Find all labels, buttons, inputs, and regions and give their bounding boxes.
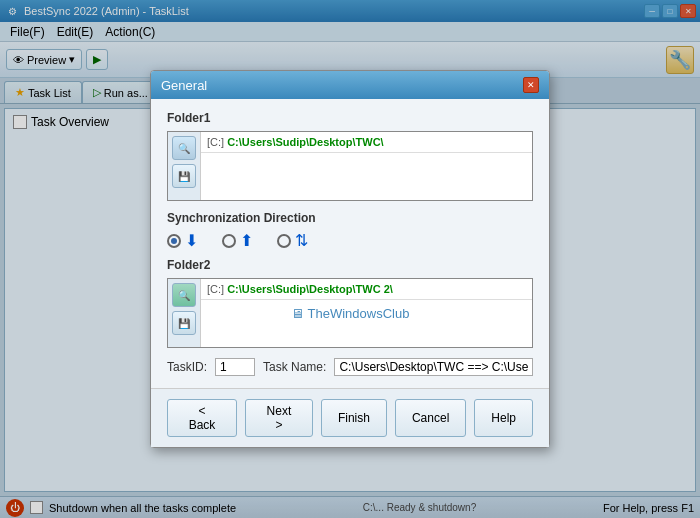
folder2-path-line: [C:] C:\Users\Sudip\Desktop\TWC 2\ bbox=[201, 279, 532, 300]
finish-button[interactable]: Finish bbox=[321, 399, 387, 437]
task-name-label: Task Name: bbox=[263, 360, 326, 374]
sync-radio-down[interactable] bbox=[167, 234, 181, 248]
modal-buttons: < Back Next > Finish Cancel Help bbox=[151, 388, 549, 447]
modal-title: General bbox=[161, 78, 207, 93]
arrow-up-icon: ⬆ bbox=[240, 231, 253, 250]
folder2-box: 🔍 💾 [C:] C:\Users\Sudip\Desktop\TWC 2\ bbox=[167, 278, 533, 348]
modal-title-bar: General ✕ bbox=[151, 71, 549, 99]
sync-option-both[interactable]: ⇅ bbox=[277, 231, 308, 250]
folder1-box: 🔍 💾 [C:] C:\Users\Sudip\Desktop\TWC\ bbox=[167, 131, 533, 201]
folder1-path-line: [C:] C:\Users\Sudip\Desktop\TWC\ bbox=[201, 132, 532, 153]
sync-direction-label: Synchronization Direction bbox=[167, 211, 533, 225]
task-name-input[interactable] bbox=[334, 358, 533, 376]
folder2-drive-bracket: [C:] bbox=[207, 283, 227, 295]
folder1-disk-button[interactable]: 💾 bbox=[172, 164, 196, 188]
next-button[interactable]: Next > bbox=[245, 399, 313, 437]
folder1-label: Folder1 bbox=[167, 111, 533, 125]
magnifier2-icon: 🔍 bbox=[178, 290, 190, 301]
sync-option-down[interactable]: ⬇ bbox=[167, 231, 198, 250]
folder2-path-area: [C:] C:\Users\Sudip\Desktop\TWC 2\ bbox=[201, 279, 532, 347]
modal-body: Folder1 🔍 💾 [C:] C:\Users\Sudip\Desktop\… bbox=[151, 99, 549, 388]
sync-radio-up[interactable] bbox=[222, 234, 236, 248]
folder1-browse-button[interactable]: 🔍 bbox=[172, 136, 196, 160]
folder2-browse-button[interactable]: 🔍 bbox=[172, 283, 196, 307]
sync-option-up[interactable]: ⬆ bbox=[222, 231, 253, 250]
folder2-section: Folder2 🔍 💾 [C:] C:\Users bbox=[167, 258, 533, 348]
folder2-path-text: C:\Users\Sudip\Desktop\TWC 2\ bbox=[227, 283, 393, 295]
folder1-drive-bracket: [C:] bbox=[207, 136, 227, 148]
arrow-both-icon: ⇅ bbox=[295, 231, 308, 250]
arrow-down-icon: ⬇ bbox=[185, 231, 198, 250]
task-info-row: TaskID: Task Name: bbox=[167, 358, 533, 376]
help-button[interactable]: Help bbox=[474, 399, 533, 437]
sync-options: ⬇ ⬆ ⇅ bbox=[167, 231, 533, 250]
general-dialog: General ✕ Folder1 🔍 💾 bbox=[150, 70, 550, 448]
sync-radio-both[interactable] bbox=[277, 234, 291, 248]
modal-overlay: General ✕ Folder1 🔍 💾 bbox=[0, 0, 700, 518]
task-id-input[interactable] bbox=[215, 358, 255, 376]
task-id-label: TaskID: bbox=[167, 360, 207, 374]
folder1-path-text: C:\Users\Sudip\Desktop\TWC\ bbox=[227, 136, 383, 148]
sync-direction-section: Synchronization Direction ⬇ ⬆ ⇅ bbox=[167, 211, 533, 250]
back-button[interactable]: < Back bbox=[167, 399, 237, 437]
app-window: ⚙ BestSync 2022 (Admin) - TaskList ─ □ ✕… bbox=[0, 0, 700, 518]
cancel-button[interactable]: Cancel bbox=[395, 399, 466, 437]
disk-icon: 💾 bbox=[178, 171, 190, 182]
magnifier-icon: 🔍 bbox=[178, 143, 190, 154]
folder2-controls: 🔍 💾 bbox=[168, 279, 201, 347]
disk2-icon: 💾 bbox=[178, 318, 190, 329]
folder1-controls: 🔍 💾 bbox=[168, 132, 201, 200]
folder2-label: Folder2 bbox=[167, 258, 533, 272]
folder1-path-area: [C:] C:\Users\Sudip\Desktop\TWC\ bbox=[201, 132, 532, 200]
folder2-disk-button[interactable]: 💾 bbox=[172, 311, 196, 335]
modal-close-button[interactable]: ✕ bbox=[523, 77, 539, 93]
